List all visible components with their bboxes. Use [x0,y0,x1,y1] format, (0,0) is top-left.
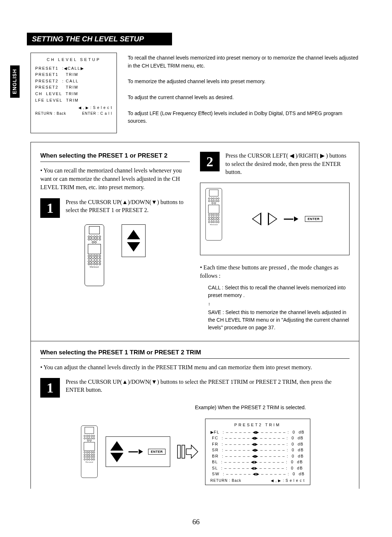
osd-select-hint: ◀ , ▶ : S e l e c t [78,105,112,111]
example-label: Example) When the PRESET 2 TRIM is selec… [195,404,306,410]
remote-leftright-diagram: Sherwood ENTER [200,183,350,255]
bullet-text: You can recall the memorized channel lev… [40,167,181,190]
subhead-preset: When selecting the PRESET 1 or PRESET 2 [40,152,190,162]
updown-enter-diagram: ENTER [106,436,170,467]
arrow-right-icon [128,449,143,454]
note-lfe: To adjust LFE (Low Frequency Effect) lev… [128,110,359,125]
osd-footer: ◀ , ▶ : S e l e c t RETURN : Back ENTER … [35,105,112,117]
note-adjust: To adjust the current channel levels as … [128,94,359,102]
transition-arrow-icon [177,444,199,460]
remote-updown-diagram: Sherwood [40,224,190,286]
remote-icon: Sherwood [81,426,98,478]
svg-rect-1 [182,445,185,458]
triangle-down-icon [110,453,123,462]
svg-rect-0 [177,445,180,458]
step-1-left: 1 Press the CURSOR UP(▲)/DOWN(▼) buttons… [40,198,190,218]
trim-osd-footer: RETURN : Back ◀ , ▶ : S e l e c t [211,479,305,483]
cursor-up-down-icon [122,224,146,257]
osd-row: PRESET2 : CALL [35,78,112,85]
triangle-down-icon [127,242,140,252]
enter-button-label: ENTER [148,449,165,455]
trim-osd-title: PRESET2 TRIM [211,423,305,427]
arrow-right-icon [284,216,298,221]
bullet-text: You can adjust the channel levels direct… [40,364,312,370]
trim-channel-row: SW : – – – – – – ◀▶ – – – – – – : 0 dB [211,471,305,477]
osd-row: PRESET2 TRIM [35,84,112,91]
remote-icon: Sherwood [205,188,222,241]
remote-icon: Sherwood [85,224,104,286]
osd-row: PRESET1 TRIM [35,72,112,78]
step-text: Press the CURSOR LEFT( ◀ )/RIGHT( ▶ ) bu… [225,152,350,176]
triangle-right-icon [268,212,277,225]
step-1-trim: 1 Press the CURSOR UP(▲)/DOWN(▼) buttons… [40,378,350,398]
updown-arrow-icon: ↕ [208,301,350,307]
step-badge: 1 [40,378,60,398]
callout-notes: To recall the channel levels memorized i… [128,53,359,133]
osd-enter-hint: ENTER : C a l l [82,111,112,117]
menu-and-notes-row: CH LEVEL SETUP PRESET1 :◀CALL▶ PRESET1 T… [30,53,359,133]
enter-button-label: ENTER [305,216,322,222]
note-recall: To recall the channel levels memorized i… [128,54,359,70]
left-column: When selecting the PRESET 1 or PRESET 2 … [40,152,190,331]
triangle-left-icon [252,212,261,225]
trim-channel-row: SR : – – – – – – ◀▶ – – – – – – : 0 dB [211,447,305,453]
triangle-up-icon [127,230,140,239]
osd-row: LFE LEVEL TRIM [35,97,112,104]
trim-channel-row: FR : – – – – – – ◀▶ – – – – – – : 0 dB [211,441,305,447]
trim-channel-row: ▶FL : – – – – – – ◀▶ – – – – – – : 0 dB [211,429,305,435]
osd-return-hint: RETURN : Back [35,111,66,117]
osd-row: CH LEVEL TRIM [35,91,112,97]
trim-channel-row: FC : – – – – – – ◀▶ – – – – – – : 0 dB [211,435,305,441]
step-badge: 1 [40,198,60,218]
step-text: Press the CURSOR UP(▲)/DOWN(▼) buttons t… [66,378,350,394]
section-banner: SETTING THE CH LEVEL SETUP [27,33,172,45]
mode-intro-text: Each time these buttons are pressed , th… [200,264,338,279]
trim-channel-row: BR : – – – – – – ◀▶ – – – – – – : 0 dB [211,453,305,459]
bottom-diagram-row: Sherwood ENTER PRESET2 TRIM ▶ [40,419,350,485]
osd-row: PRESET1 :◀CALL▶ [35,65,112,72]
body-frame: When selecting the PRESET 1 or PRESET 2 … [30,142,359,489]
mode-intro: • Each time these buttons are pressed , … [200,263,350,280]
osd-title: CH LEVEL SETUP [35,57,112,63]
mode-list: CALL : Select this to recall the channel… [208,284,350,331]
osd-select-hint: ◀ , ▶ : S e l e c t [271,479,305,483]
triangle-up-icon [110,441,123,451]
save-mode-text: SAVE : Select this to memorize the chann… [208,309,350,331]
two-column-layout: When selecting the PRESET 1 or PRESET 2 … [40,152,350,331]
step-badge: 2 [200,152,220,171]
right-column: 2 Press the CURSOR LEFT( ◀ )/RIGHT( ▶ ) … [200,152,350,331]
remote-brand-label: Sherwood [90,266,99,268]
trim-intro: You can adjust the channel levels direct… [40,363,350,371]
preset2-trim-osd: PRESET2 TRIM ▶FL : – – – – – – ◀▶ – – – … [205,419,310,485]
trim-channel-row: SL : – – – – – – ◀▶ – – – – – – : 0 dB [211,465,305,471]
section-divider [31,341,359,341]
step-2-right: 2 Press the CURSOR LEFT( ◀ )/RIGHT( ▶ ) … [200,152,350,176]
osd-return-hint: RETURN : Back [211,479,241,483]
language-tab: ENGLISH [10,65,20,98]
ch-level-setup-osd: CH LEVEL SETUP PRESET1 :◀CALL▶ PRESET1 T… [30,53,117,133]
note-memorize: To memorize the adjusted channel levels … [128,78,359,86]
intro-text: You can recall the memorized channel lev… [40,166,190,192]
trim-channel-row: BL : – – – – – – ◀▶ – – – – – – : 0 dB [211,459,305,465]
call-mode-text: CALL : Select this to recall the channel… [208,284,350,299]
page-number: 66 [0,518,392,526]
step-text: Press the CURSOR UP(▲)/DOWN(▼) buttons t… [66,198,190,215]
subhead-trim: When selecting the PRESET 1 TRIM or PRES… [40,349,350,359]
manual-page: ENGLISH SETTING THE CH LEVEL SETUP CH LE… [0,0,392,537]
